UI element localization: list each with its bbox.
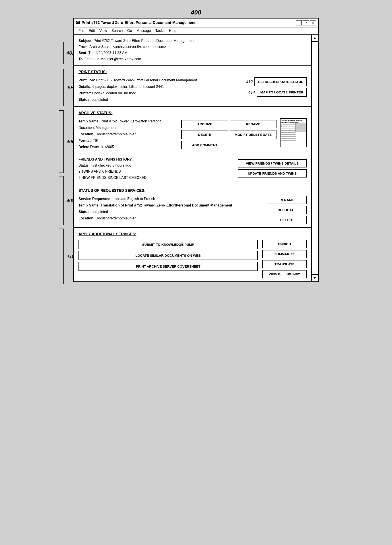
delete-date-label: Delete Date:	[79, 145, 99, 149]
help-button[interactable]: ?	[303, 20, 309, 25]
requested-services-title: STATUS OF REQUESTED SERVICES:	[79, 187, 307, 194]
print-job-label: Print Job:	[79, 78, 95, 82]
service-requested-value: translate English to French	[113, 197, 155, 201]
arch-location-value: Docushare/temp/Meunier	[95, 132, 136, 136]
req-location-value: Docushare/temp/Meunier	[95, 216, 136, 220]
email-header-section: Subject: Print #752 Toward Zero-Effort P…	[74, 35, 311, 66]
print-details-value: 6 pages; duplex; color; billed to accoun…	[92, 85, 164, 88]
friends-status: Status : last checked 8 hours ago	[79, 162, 233, 168]
print-coversheet-button[interactable]: PRINT ARCHIVE SERVER COVERSHEET	[79, 262, 258, 271]
requested-services-section: STATUS OF REQUESTED SERVICES: Service Re…	[74, 184, 311, 228]
twins-count: 2 TWINS AND 6 FRIENDS	[79, 168, 233, 174]
label-414: 414	[248, 89, 255, 96]
submit-knowledge-pump-button[interactable]: SUBMIT TO KNOWLEDGE PUMP	[79, 240, 258, 249]
menu-bar: File Edit View Search Go Message Tasks H…	[74, 27, 318, 35]
add-comment-button[interactable]: ADD COMMENT	[181, 141, 228, 149]
map-locate-printer-button[interactable]: MAP TO LOCATE PRINTER	[257, 88, 307, 97]
additional-services-title: APPLY ADDITIONAL SERVICES:	[79, 231, 307, 238]
menu-go[interactable]: Go	[125, 28, 134, 33]
req-status-label: Status:	[79, 210, 91, 214]
menu-tasks[interactable]: Tasks	[153, 28, 167, 33]
minimize-button[interactable]: —	[296, 20, 302, 25]
relocate-button[interactable]: RELOCATE	[267, 206, 307, 214]
arch-location-label: Location:	[79, 132, 94, 136]
translate-button[interactable]: TRANSLATE	[262, 260, 307, 268]
menu-view[interactable]: View	[97, 28, 109, 33]
req-status-value: completed	[92, 210, 108, 214]
friends-twins-title: FRIENDS AND TWINS HISTORY:	[79, 156, 233, 162]
summarize-button[interactable]: SUMMARIZE	[262, 250, 307, 258]
refresh-update-button[interactable]: REFRESH/ UPDATE STATUS	[255, 77, 307, 86]
from-label: From:	[79, 45, 88, 49]
sent-label: Sent:	[79, 51, 87, 55]
print-printer-label: Printer:	[79, 91, 91, 95]
temp-name-label: Temp Name:	[79, 119, 100, 123]
main-window: ✉ Print #752 Toward Zero-Effort Personal…	[73, 18, 319, 282]
document-thumbnail: Toward Zero-Effort PersonalDocument Mana…	[280, 118, 307, 147]
to-label: To:	[79, 57, 84, 61]
rename-archive-button[interactable]: RENAME	[230, 120, 276, 128]
print-status-label: Status:	[79, 98, 91, 101]
scrollbar: ▲ ▼	[311, 35, 318, 281]
format-label: Format:	[79, 139, 92, 142]
modify-delete-button[interactable]: MODIFY DELETE DATE	[230, 130, 276, 139]
subject-value: Print #752 Toward Zero-Effort Personal D…	[94, 39, 194, 43]
delete-service-button[interactable]: DELETE	[267, 216, 307, 224]
window-controls: — ? ✕	[296, 20, 316, 25]
archive-status-section: ARCHIVE STATUS: Temp Name: Print #752 To…	[74, 107, 311, 184]
scroll-up-button[interactable]: ▲	[312, 35, 318, 42]
scroll-down-button[interactable]: ▼	[312, 274, 318, 281]
delete-archive-button[interactable]: DELETE	[181, 130, 228, 139]
view-billing-button[interactable]: VIEW BILLING INFO	[262, 270, 307, 278]
service-requested-label: Service Requested:	[79, 197, 112, 201]
menu-file[interactable]: File	[76, 28, 87, 33]
req-location-label: Location:	[79, 216, 94, 220]
new-friends: 2 NEW FRIENDS SINCE LAST CHECKED	[79, 175, 233, 181]
print-printer-value: Hodaka located on 3rd floor	[92, 91, 136, 95]
to-value: Jean-Luc.Meunier@xrce.xerox.com	[85, 57, 141, 61]
menu-edit[interactable]: Edit	[87, 28, 97, 33]
print-details-label: Details:	[79, 85, 91, 88]
print-job-value: Print #752 Toward Zero-Effort Personal D…	[96, 78, 197, 82]
view-friends-twins-button[interactable]: VIEW FRIENDS / TWINS DETAILS	[238, 159, 307, 167]
archive-button[interactable]: ARCHIVE	[181, 120, 228, 128]
friends-twins-section: FRIENDS AND TWINS HISTORY: Status : last…	[79, 154, 307, 181]
mail-icon: ✉	[76, 20, 80, 26]
menu-search[interactable]: Search	[109, 28, 125, 33]
print-status-section: PRINT STATUS: Print Job: Print #752 Towa…	[74, 66, 311, 107]
archive-status-title: ARCHIVE STATUS:	[79, 110, 307, 117]
title-bar: ✉ Print #752 Toward Zero-Effort Personal…	[74, 19, 318, 27]
locate-similar-docs-button[interactable]: LOCATE SIMILAR DOCUMENTS ON WEB	[79, 251, 258, 260]
sent-value: Thu 4/24/2003 11:23 AM	[88, 51, 127, 55]
rename-service-button[interactable]: RENAME	[267, 196, 307, 204]
menu-help[interactable]: Help	[167, 28, 179, 33]
req-temp-label: Temp Name:	[79, 203, 100, 207]
additional-services-section: APPLY ADDITIONAL SERVICES: SUBMIT TO KNO…	[74, 228, 311, 281]
format-value: TIF	[93, 139, 98, 142]
window-title: Print #752 Toward Zero-Effort Personal D…	[82, 20, 196, 25]
subject-label: Subject:	[79, 39, 93, 43]
delete-date-value: 1/1/2005	[100, 145, 114, 149]
print-status-title: PRINT STATUS:	[79, 69, 307, 76]
figure-label: 400	[191, 9, 201, 16]
label-412: 412	[246, 78, 253, 85]
menu-message[interactable]: Message	[134, 28, 153, 33]
update-friends-twins-button[interactable]: UPDATE FRIENDS AND TWINS	[238, 169, 307, 178]
from-value: ArchiveServer <archiveserver@xrce.xerox.…	[89, 45, 166, 49]
print-status-value: completed	[92, 98, 108, 101]
close-button[interactable]: ✕	[310, 20, 316, 25]
enrich-button[interactable]: ENRICH	[262, 240, 307, 248]
req-temp-value: Translation of Print #752 Toward Zero- E…	[100, 203, 232, 207]
